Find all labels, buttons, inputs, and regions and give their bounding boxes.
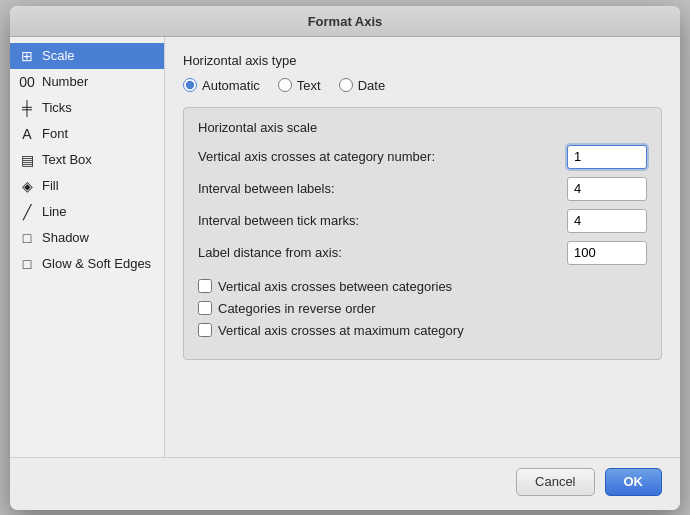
- line-icon: ╱: [18, 203, 36, 221]
- sidebar-label-scale: Scale: [42, 48, 75, 63]
- sidebar-label-font: Font: [42, 126, 68, 141]
- main-content: Horizontal axis type Automatic Text Date: [165, 37, 680, 457]
- number-icon: 00: [18, 73, 36, 91]
- shadow-icon: □: [18, 229, 36, 247]
- cancel-button[interactable]: Cancel: [516, 468, 594, 496]
- ok-button[interactable]: OK: [605, 468, 663, 496]
- radio-date[interactable]: Date: [339, 78, 385, 93]
- sidebar-item-fill[interactable]: ◈ Fill: [10, 173, 164, 199]
- radio-text[interactable]: Text: [278, 78, 321, 93]
- dialog-footer: Cancel OK: [10, 457, 680, 510]
- dialog-title: Format Axis: [10, 6, 680, 37]
- sidebar-item-glow[interactable]: □ Glow & Soft Edges: [10, 251, 164, 277]
- field-row-label-distance: Label distance from axis:: [198, 241, 647, 265]
- sidebar-item-number[interactable]: 00 Number: [10, 69, 164, 95]
- radio-text-input[interactable]: [278, 78, 292, 92]
- input-label-distance[interactable]: [567, 241, 647, 265]
- input-vertical-crosses[interactable]: [567, 145, 647, 169]
- sidebar-label-ticks: Ticks: [42, 100, 72, 115]
- radio-automatic[interactable]: Automatic: [183, 78, 260, 93]
- format-axis-dialog: Format Axis ⊞ Scale 00 Number ╪ Ticks A …: [10, 6, 680, 510]
- field-label-crosses: Vertical axis crosses at category number…: [198, 149, 567, 164]
- sidebar-label-glow: Glow & Soft Edges: [42, 256, 151, 271]
- field-label-interval-labels: Interval between labels:: [198, 181, 567, 196]
- ticks-icon: ╪: [18, 99, 36, 117]
- sidebar-label-line: Line: [42, 204, 67, 219]
- title-text: Format Axis: [308, 14, 383, 29]
- textbox-icon: ▤: [18, 151, 36, 169]
- input-interval-labels[interactable]: [567, 177, 647, 201]
- input-interval-ticks[interactable]: [567, 209, 647, 233]
- font-icon: A: [18, 125, 36, 143]
- sidebar-item-scale[interactable]: ⊞ Scale: [10, 43, 164, 69]
- glow-icon: □: [18, 255, 36, 273]
- checkbox-group: Vertical axis crosses between categories…: [198, 279, 647, 338]
- radio-date-input[interactable]: [339, 78, 353, 92]
- sidebar-item-line[interactable]: ╱ Line: [10, 199, 164, 225]
- scale-section-title: Horizontal axis scale: [198, 120, 647, 135]
- sidebar-label-number: Number: [42, 74, 88, 89]
- radio-automatic-input[interactable]: [183, 78, 197, 92]
- sidebar-label-fill: Fill: [42, 178, 59, 193]
- sidebar-label-shadow: Shadow: [42, 230, 89, 245]
- scale-box: Horizontal axis scale Vertical axis cros…: [183, 107, 662, 360]
- checkbox-crosses-between-input[interactable]: [198, 279, 212, 293]
- checkbox-crosses-max-input[interactable]: [198, 323, 212, 337]
- sidebar-item-font[interactable]: A Font: [10, 121, 164, 147]
- field-row-interval-ticks: Interval between tick marks:: [198, 209, 647, 233]
- field-row-crosses: Vertical axis crosses at category number…: [198, 145, 647, 169]
- sidebar: ⊞ Scale 00 Number ╪ Ticks A Font ▤ Text …: [10, 37, 165, 457]
- axis-type-label: Horizontal axis type: [183, 53, 662, 68]
- axis-type-radio-group: Automatic Text Date: [183, 78, 662, 93]
- dialog-body: ⊞ Scale 00 Number ╪ Ticks A Font ▤ Text …: [10, 37, 680, 457]
- sidebar-item-ticks[interactable]: ╪ Ticks: [10, 95, 164, 121]
- scale-icon: ⊞: [18, 47, 36, 65]
- sidebar-label-textbox: Text Box: [42, 152, 92, 167]
- field-label-interval-ticks: Interval between tick marks:: [198, 213, 567, 228]
- sidebar-item-shadow[interactable]: □ Shadow: [10, 225, 164, 251]
- checkbox-crosses-between[interactable]: Vertical axis crosses between categories: [198, 279, 647, 294]
- checkbox-reverse-order[interactable]: Categories in reverse order: [198, 301, 647, 316]
- fill-icon: ◈: [18, 177, 36, 195]
- sidebar-item-textbox[interactable]: ▤ Text Box: [10, 147, 164, 173]
- checkbox-reverse-order-input[interactable]: [198, 301, 212, 315]
- field-label-distance: Label distance from axis:: [198, 245, 567, 260]
- field-row-interval-labels: Interval between labels:: [198, 177, 647, 201]
- checkbox-crosses-max[interactable]: Vertical axis crosses at maximum categor…: [198, 323, 647, 338]
